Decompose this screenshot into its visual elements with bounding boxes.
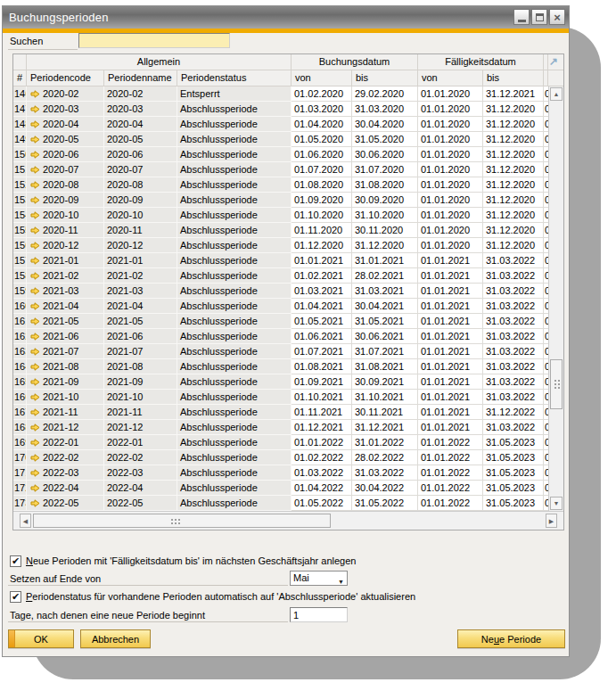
posting-date-to-cell[interactable]: 31.08.2021 [352, 359, 418, 374]
posting-date-to-cell[interactable]: 30.11.2021 [352, 405, 418, 420]
ok-button[interactable]: OK [8, 629, 74, 648]
posting-date-from-cell[interactable]: 01.03.2022 [292, 465, 352, 481]
link-arrow-icon[interactable] [30, 272, 40, 280]
due-date-from-cell[interactable]: 01.01.2021 [418, 359, 483, 374]
due-date-from-cell[interactable]: 01.01.2021 [418, 374, 483, 390]
due-date-from-cell[interactable]: 01.01.2021 [418, 405, 483, 420]
scroll-right-button[interactable]: ▶ [546, 514, 557, 528]
posting-date-from-cell[interactable]: 01.04.2020 [292, 117, 352, 132]
due-date-to-cell[interactable]: 31.05.2023 [483, 465, 544, 481]
due-date-to-cell[interactable]: 31.12.2020 [483, 208, 544, 223]
scroll-down-button[interactable]: ▼ [550, 497, 563, 510]
due-date-from-cell[interactable]: 01.01.2020 [418, 132, 483, 147]
posting-date-to-cell[interactable]: 31.12.2020 [352, 238, 418, 253]
days-before-new-input[interactable] [290, 607, 348, 622]
link-arrow-icon[interactable] [30, 226, 40, 234]
link-arrow-icon[interactable] [30, 317, 40, 325]
posting-date-to-cell[interactable]: 30.11.2020 [352, 223, 418, 238]
due-date-from-cell[interactable]: 01.01.2021 [418, 314, 483, 329]
posting-date-to-cell[interactable]: 31.07.2021 [352, 344, 418, 359]
posting-date-from-cell[interactable]: 01.02.2021 [292, 268, 352, 284]
checkbox-auto-update-status[interactable]: ✔ [10, 591, 21, 603]
new-period-button[interactable]: Neue Periode [457, 629, 565, 648]
link-arrow-icon[interactable] [30, 408, 40, 416]
posting-date-to-cell[interactable]: 30.04.2022 [352, 481, 418, 496]
column-header-rownum[interactable]: # [13, 70, 27, 86]
posting-date-to-cell[interactable]: 31.08.2020 [352, 177, 418, 193]
due-date-from-cell[interactable]: 01.01.2021 [418, 268, 483, 284]
posting-date-to-cell[interactable]: 28.02.2021 [352, 268, 418, 284]
close-button[interactable]: × [549, 9, 565, 25]
vertical-scroll-thumb[interactable] [550, 359, 563, 409]
posting-date-to-cell[interactable]: 31.03.2021 [352, 284, 418, 299]
due-date-to-cell[interactable]: 31.03.2022 [483, 253, 544, 268]
posting-date-to-cell[interactable]: 31.12.2021 [352, 420, 418, 435]
due-date-to-cell[interactable]: 31.05.2023 [483, 496, 544, 511]
due-date-from-cell[interactable]: 01.01.2021 [418, 390, 483, 405]
link-arrow-icon[interactable] [30, 469, 40, 477]
posting-date-from-cell[interactable]: 01.03.2020 [292, 102, 352, 117]
posting-date-to-cell[interactable]: 30.09.2020 [352, 193, 418, 208]
due-date-from-cell[interactable]: 01.01.2021 [418, 420, 483, 435]
cancel-button[interactable]: Abbrechen [80, 629, 151, 648]
posting-date-to-cell[interactable]: 31.07.2020 [352, 162, 418, 177]
posting-date-from-cell[interactable]: 01.07.2021 [292, 344, 352, 359]
posting-date-to-cell[interactable]: 30.06.2020 [352, 147, 418, 162]
due-date-to-cell[interactable]: 31.03.2022 [483, 329, 544, 344]
posting-date-to-cell[interactable]: 30.09.2021 [352, 374, 418, 390]
horizontal-scrollbar[interactable]: ◀ ▶ [13, 511, 563, 530]
due-date-to-cell[interactable]: 31.03.2022 [483, 374, 544, 390]
due-date-to-cell[interactable]: 31.03.2022 [483, 284, 544, 299]
link-arrow-icon[interactable] [30, 196, 40, 204]
due-date-from-cell[interactable]: 01.01.2022 [418, 450, 483, 465]
link-arrow-icon[interactable] [30, 287, 40, 295]
link-arrow-icon[interactable] [30, 333, 40, 341]
horizontal-scroll-thumb[interactable] [33, 514, 331, 528]
posting-date-from-cell[interactable]: 01.11.2021 [292, 405, 352, 420]
due-date-to-cell[interactable]: 31.12.2020 [483, 147, 544, 162]
posting-date-to-cell[interactable]: 31.10.2020 [352, 208, 418, 223]
link-arrow-icon[interactable] [30, 151, 40, 159]
link-arrow-icon[interactable] [30, 181, 40, 189]
posting-date-from-cell[interactable]: 01.10.2021 [292, 390, 352, 405]
due-date-to-cell[interactable]: 31.03.2022 [483, 268, 544, 284]
due-date-to-cell[interactable]: 31.12.2021 [483, 86, 544, 102]
posting-date-from-cell[interactable]: 01.03.2021 [292, 284, 352, 299]
link-arrow-icon[interactable] [30, 211, 40, 219]
due-date-to-cell[interactable]: 31.12.2020 [483, 102, 544, 117]
vertical-scrollbar[interactable]: ▲ ▼ [548, 86, 563, 511]
posting-date-from-cell[interactable]: 01.02.2022 [292, 450, 352, 465]
maximize-button[interactable] [531, 9, 547, 25]
link-arrow-icon[interactable] [30, 499, 40, 507]
posting-date-to-cell[interactable]: 31.05.2020 [352, 132, 418, 147]
due-date-to-cell[interactable]: 31.03.2022 [483, 390, 544, 405]
due-date-from-cell[interactable]: 01.01.2020 [418, 117, 483, 132]
due-date-to-cell[interactable]: 31.12.2020 [483, 223, 544, 238]
due-date-to-cell[interactable]: 31.03.2022 [483, 359, 544, 374]
posting-date-from-cell[interactable]: 01.04.2022 [292, 481, 352, 496]
posting-date-to-cell[interactable]: 31.01.2022 [352, 435, 418, 450]
due-date-from-cell[interactable]: 01.01.2021 [418, 253, 483, 268]
posting-date-from-cell[interactable]: 01.09.2021 [292, 374, 352, 390]
link-arrow-icon[interactable] [30, 242, 40, 250]
posting-date-from-cell[interactable]: 01.12.2020 [292, 238, 352, 253]
due-date-from-cell[interactable]: 01.01.2022 [418, 435, 483, 450]
link-arrow-icon[interactable] [30, 302, 40, 310]
link-arrow-icon[interactable] [30, 120, 40, 128]
due-date-to-cell[interactable]: 31.05.2023 [483, 450, 544, 465]
posting-date-from-cell[interactable]: 01.08.2020 [292, 177, 352, 193]
scroll-left-button[interactable]: ◀ [20, 514, 31, 528]
set-end-of-dropdown[interactable]: Mai ▼ [290, 571, 348, 586]
scroll-up-button[interactable]: ▲ [550, 87, 563, 101]
search-input[interactable] [78, 33, 230, 48]
posting-date-to-cell[interactable]: 31.10.2021 [352, 390, 418, 405]
link-arrow-icon[interactable] [30, 348, 40, 356]
due-date-from-cell[interactable]: 01.01.2020 [418, 162, 483, 177]
link-arrow-icon[interactable] [30, 363, 40, 371]
posting-date-to-cell[interactable]: 31.03.2020 [352, 102, 418, 117]
due-date-to-cell[interactable]: 31.12.2020 [483, 177, 544, 193]
posting-date-to-cell[interactable]: 30.04.2021 [352, 299, 418, 314]
posting-date-to-cell[interactable]: 31.05.2022 [352, 496, 418, 511]
due-date-to-cell[interactable]: 31.05.2023 [483, 435, 544, 450]
due-date-from-cell[interactable]: 01.01.2022 [418, 496, 483, 511]
